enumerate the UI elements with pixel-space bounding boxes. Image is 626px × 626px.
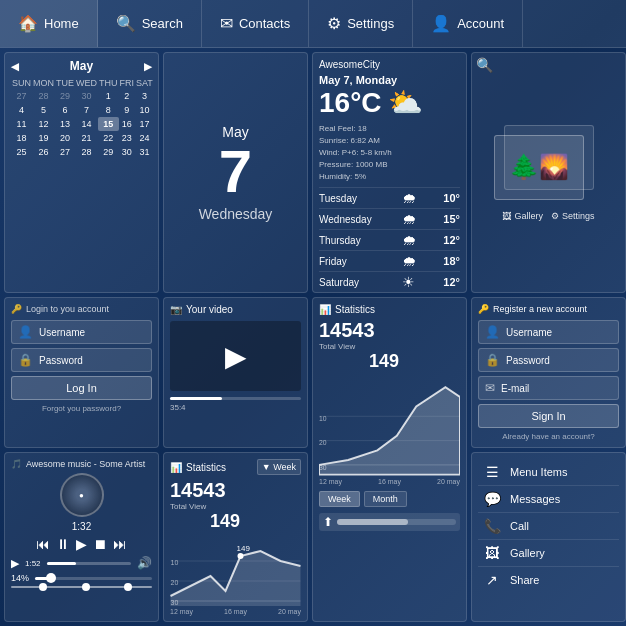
percent-slider[interactable] bbox=[35, 577, 152, 580]
table-row[interactable]: 12 bbox=[32, 117, 55, 131]
stats-right-peak: 149 bbox=[369, 351, 399, 371]
table-row[interactable]: 1 bbox=[98, 89, 119, 103]
login-button[interactable]: Log In bbox=[11, 376, 152, 400]
table-row[interactable]: 24 bbox=[135, 131, 154, 145]
stats-tab-month[interactable]: Month bbox=[364, 491, 407, 507]
reg-email-input[interactable]: ✉ E-mail bbox=[478, 376, 619, 400]
stats-tab-week[interactable]: Week bbox=[319, 491, 360, 507]
music-pause-button[interactable]: ⏸ bbox=[56, 536, 70, 552]
vp-play-icon[interactable]: ▶ bbox=[11, 557, 19, 570]
table-row[interactable]: 30 bbox=[75, 89, 98, 103]
nav-home[interactable]: 🏠 Home bbox=[0, 0, 98, 47]
menu-item-share[interactable]: ↗ Share bbox=[478, 567, 619, 593]
table-row[interactable]: 31 bbox=[135, 145, 154, 159]
table-row[interactable]: 14 bbox=[75, 117, 98, 131]
weather-panel: AwesomeCity May 7, Monday 16°C ⛅ Real Fe… bbox=[312, 52, 467, 293]
menu-item-messages[interactable]: 💬 Messages bbox=[478, 486, 619, 513]
table-row[interactable]: 29 bbox=[55, 89, 75, 103]
forecast-saturday: Saturday ☀ 12° bbox=[319, 271, 460, 292]
svg-text:10: 10 bbox=[319, 415, 327, 422]
gallery-button[interactable]: 🖼 Gallery bbox=[502, 211, 543, 221]
signin-button[interactable]: Sign In bbox=[478, 404, 619, 428]
gallery-menu-icon: 🖼 bbox=[482, 545, 502, 561]
forecast-temp: 18° bbox=[443, 255, 460, 267]
table-row[interactable]: 17 bbox=[135, 117, 154, 131]
menu-item-call[interactable]: 📞 Call bbox=[478, 513, 619, 540]
table-row[interactable]: 18 bbox=[11, 131, 32, 145]
video-progress-bar[interactable] bbox=[170, 397, 301, 400]
table-row[interactable]: 11 bbox=[11, 117, 32, 131]
home-icon: 🏠 bbox=[18, 14, 38, 33]
nav-settings[interactable]: ⚙ Settings bbox=[309, 0, 413, 47]
table-row[interactable]: 27 bbox=[11, 89, 32, 103]
password-icon: 🔒 bbox=[18, 353, 33, 367]
table-row[interactable]: 21 bbox=[75, 131, 98, 145]
table-row[interactable]: 20 bbox=[55, 131, 75, 145]
table-row[interactable]: 4 bbox=[11, 103, 32, 117]
username-input-row[interactable]: 👤 Username bbox=[11, 320, 152, 344]
reg-password-input[interactable]: 🔒 Password bbox=[478, 348, 619, 372]
menu-item-menu[interactable]: ☰ Menu Items bbox=[478, 459, 619, 486]
nav-contacts[interactable]: ✉ Contacts bbox=[202, 0, 309, 47]
table-row[interactable]: 22 bbox=[98, 131, 119, 145]
music-stop-button[interactable]: ⏹ bbox=[93, 536, 107, 552]
nav-home-label: Home bbox=[44, 16, 79, 31]
stats-right-header: 📊 Statistics bbox=[319, 304, 460, 315]
password-input-row[interactable]: 🔒 Password bbox=[11, 348, 152, 372]
table-row[interactable]: 27 bbox=[55, 145, 75, 159]
nav-account[interactable]: 👤 Account bbox=[413, 0, 523, 47]
vp-volume-icon[interactable]: 🔊 bbox=[137, 556, 152, 570]
menu-call-label: Call bbox=[510, 520, 529, 532]
table-row[interactable]: 8 bbox=[98, 103, 119, 117]
vinyl-disc: ● bbox=[60, 473, 104, 517]
video-cam-icon: 📷 bbox=[170, 304, 182, 315]
dot-handle-1[interactable] bbox=[39, 583, 47, 591]
stats-filter[interactable]: ▼ Week bbox=[257, 459, 301, 475]
table-row[interactable]: 7 bbox=[75, 103, 98, 117]
music-prev-button[interactable]: ⏮ bbox=[36, 536, 50, 552]
table-row[interactable]: 16 bbox=[119, 117, 136, 131]
table-row[interactable]: 2 bbox=[119, 89, 136, 103]
table-row[interactable]: 28 bbox=[75, 145, 98, 159]
table-row[interactable]: 10 bbox=[135, 103, 154, 117]
forgot-password-link[interactable]: Forgot you password? bbox=[11, 404, 152, 413]
table-row[interactable]: 9 bbox=[119, 103, 136, 117]
photo-search-icon[interactable]: 🔍 bbox=[476, 57, 493, 73]
music-play-button[interactable]: ▶ bbox=[76, 536, 87, 552]
menu-share-label: Share bbox=[510, 574, 539, 586]
login-key-icon: 🔑 bbox=[11, 304, 22, 314]
photo-buttons: 🖼 Gallery ⚙ Settings bbox=[502, 211, 594, 221]
calendar-prev[interactable]: ◀ bbox=[11, 61, 19, 72]
reg-username-input[interactable]: 👤 Username bbox=[478, 320, 619, 344]
vp-slider[interactable] bbox=[47, 562, 131, 565]
table-row[interactable]: 23 bbox=[119, 131, 136, 145]
dot-handle-2[interactable] bbox=[82, 583, 90, 591]
video-title: 📷 Your video bbox=[170, 304, 301, 315]
nav-search[interactable]: 🔍 Search bbox=[98, 0, 202, 47]
table-row[interactable]: 13 bbox=[55, 117, 75, 131]
dot-handle-3[interactable] bbox=[124, 583, 132, 591]
forecast-thursday: Thursday 🌧 12° bbox=[319, 229, 460, 250]
slider-handle[interactable] bbox=[46, 573, 56, 583]
table-row[interactable]: 6 bbox=[55, 103, 75, 117]
table-row[interactable]: 26 bbox=[32, 145, 55, 159]
already-account-link[interactable]: Already have an account? bbox=[478, 432, 619, 441]
table-row[interactable]: 19 bbox=[32, 131, 55, 145]
table-row[interactable]: 5 bbox=[32, 103, 55, 117]
table-row[interactable]: 25 bbox=[11, 145, 32, 159]
messages-icon: 💬 bbox=[482, 491, 502, 507]
menu-item-gallery[interactable]: 🖼 Gallery bbox=[478, 540, 619, 567]
photo-settings-button[interactable]: ⚙ Settings bbox=[551, 211, 595, 221]
video-play-button[interactable]: ▶ bbox=[225, 340, 247, 373]
table-row[interactable]: 15 bbox=[98, 117, 119, 131]
weather-pressure: Pressure: 1000 MB bbox=[319, 159, 460, 171]
calendar-next[interactable]: ▶ bbox=[144, 61, 152, 72]
table-row[interactable]: 3 bbox=[135, 89, 154, 103]
music-next-button[interactable]: ⏭ bbox=[113, 536, 127, 552]
video-progress-fill bbox=[170, 397, 222, 400]
table-row[interactable]: 30 bbox=[119, 145, 136, 159]
menu-list-icon: ☰ bbox=[482, 464, 502, 480]
table-row[interactable]: 28 bbox=[32, 89, 55, 103]
table-row[interactable]: 29 bbox=[98, 145, 119, 159]
weather-cloud-icon: 🌧 bbox=[402, 232, 416, 248]
